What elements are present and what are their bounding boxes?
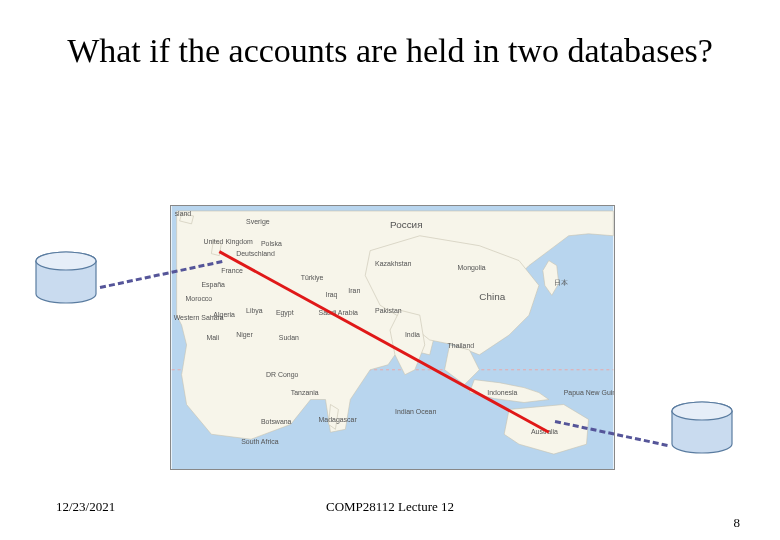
label-drcongo: DR Congo [266, 371, 299, 379]
label-france: France [221, 267, 243, 274]
label-western: Western Sahara [174, 314, 224, 321]
label-iceland: sland [175, 210, 192, 217]
label-libya: Libya [246, 307, 263, 315]
label-sverige: Sverige [246, 218, 270, 226]
label-indonesia: Indonesia [487, 389, 517, 396]
label-india: India [405, 331, 420, 338]
footer-page-number: 8 [734, 515, 741, 531]
database-right-icon [668, 400, 736, 456]
label-madagascar: Madagascar [319, 416, 358, 424]
label-iran: Iran [348, 287, 360, 294]
label-indianocean: Indian Ocean [395, 408, 436, 415]
label-botswana: Botswana [261, 418, 292, 425]
label-pakistan: Pakistan [375, 307, 402, 314]
label-morocco: Morocco [186, 295, 213, 302]
label-kazakhstan: Kazakhstan [375, 260, 411, 267]
world-map: Россия China India 日本 Kazakhstan Mongoli… [170, 205, 615, 470]
label-egypt: Egypt [276, 309, 294, 317]
label-southafrica: South Africa [241, 438, 279, 445]
label-uk: United Kingdom [203, 238, 253, 246]
label-tanzania: Tanzania [291, 389, 319, 396]
label-mongolia: Mongolia [458, 265, 486, 273]
label-deutschland: Deutschland [236, 250, 275, 257]
footer-center: COMP28112 Lecture 12 [0, 499, 780, 515]
label-russia: Россия [390, 219, 423, 230]
label-poland: Polska [261, 240, 282, 247]
label-japan: 日本 [554, 279, 568, 286]
label-iraq: Iraq [326, 291, 338, 299]
map-svg: Россия China India 日本 Kazakhstan Mongoli… [171, 206, 614, 469]
footer-date: 12/23/2021 [56, 499, 115, 515]
slide-title: What if the accounts are held in two dat… [0, 0, 780, 83]
label-niger: Niger [236, 331, 253, 339]
label-turkiye: Türkiye [301, 274, 324, 282]
label-mali: Mali [206, 334, 219, 341]
label-sudan: Sudan [279, 334, 299, 341]
label-png: Papua New Guinea [564, 389, 614, 397]
svg-point-4 [36, 252, 96, 270]
label-espana: España [201, 281, 225, 289]
label-china: China [479, 291, 505, 302]
database-left-icon [32, 250, 100, 306]
label-thailand: Thailand [448, 342, 475, 349]
slide-footer: 12/23/2021 COMP28112 Lecture 12 8 [0, 499, 780, 515]
svg-point-6 [672, 402, 732, 420]
